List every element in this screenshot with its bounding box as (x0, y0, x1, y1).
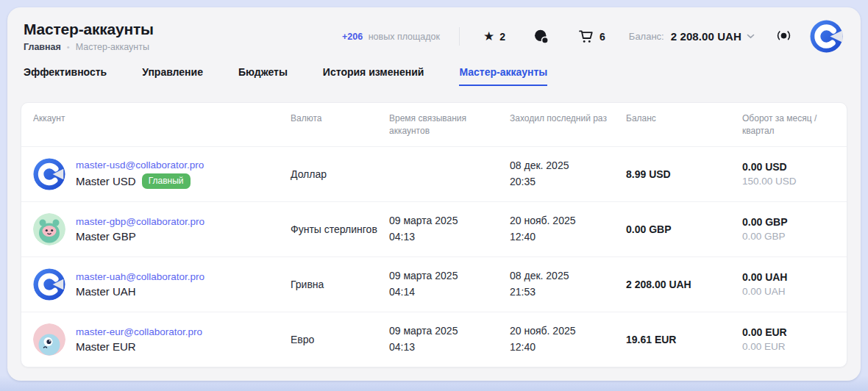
tab-budgets[interactable]: Бюджеты (238, 66, 288, 86)
account-name: Master UAH (76, 285, 136, 298)
tab-change-history[interactable]: История изменений (323, 66, 424, 86)
currency-cell: Доллар (291, 168, 389, 180)
main-account-badge: Главный (142, 173, 191, 189)
account-cell: master-eur@collaborator.pro Master EUR (33, 323, 291, 356)
turnover-cell: 0.00 USD 150.00 USD (742, 161, 835, 187)
cart-button[interactable]: 6 (577, 28, 605, 45)
account-menu-button[interactable] (810, 19, 844, 54)
account-email-link[interactable]: master-uah@collaborator.pro (76, 271, 204, 282)
turnover-month: 0.00 EUR (742, 326, 835, 338)
breadcrumb-current: Мастер-аккаунты (76, 42, 149, 52)
column-header-turnover: Оборот за месяц / квартал (742, 112, 835, 138)
balance-cell: 0.00 GBP (626, 223, 742, 235)
turnover-month: 0.00 GBP (742, 216, 835, 228)
column-header-currency: Валюта (291, 112, 389, 138)
tab-bar: Эффективность Управление Бюджеты История… (7, 66, 861, 86)
star-icon: ★ (483, 30, 494, 43)
chat-icon (533, 29, 549, 45)
table-header-row: Аккаунт Валюта Время связывания аккаунто… (21, 103, 847, 146)
turnover-quarter: 150.00 USD (742, 176, 835, 187)
tab-master-accounts[interactable]: Мастер-аккаунты (459, 66, 547, 86)
last-login-cell: 20 нояб. 2025 12:40 (510, 323, 626, 355)
new-platforms-count: +206 (342, 32, 363, 42)
account-email-link[interactable]: master-gbp@collaborator.pro (76, 216, 204, 227)
avatar (33, 268, 65, 301)
turnover-cell: 0.00 UAH 0.00 UAH (742, 271, 835, 297)
tab-management[interactable]: Управление (142, 66, 203, 86)
table-row[interactable]: master-usd@collaborator.pro Master USD Г… (21, 146, 847, 201)
balance-value: 2 208.00 UAH (671, 30, 741, 43)
title-block: Мастер-аккаунты Главная • Мастер-аккаунт… (24, 21, 342, 52)
balance-label: Баланс: (629, 31, 664, 42)
collaborator-logo-avatar-icon (33, 268, 65, 301)
focus-icon (775, 28, 792, 45)
column-header-last-login: Заходил последний раз (510, 112, 626, 138)
collaborator-logo-icon (810, 19, 844, 54)
app-window: Мастер-аккаунты Главная • Мастер-аккаунт… (7, 7, 861, 381)
column-header-link-time: Время связывания аккаунтов (389, 112, 510, 138)
balance-cell: 2 208.00 UAH (626, 279, 742, 290)
turnover-quarter: 0.00 GBP (742, 231, 835, 242)
breadcrumb: Главная • Мастер-аккаунты (24, 42, 342, 52)
top-bar-actions: +206 новых площадок ★ 2 (342, 19, 844, 54)
page-title: Мастер-аккаунты (24, 21, 342, 38)
link-time-cell: 09 марта 2025 04:13 (389, 323, 510, 355)
favorites-count: 2 (499, 31, 505, 43)
table-row[interactable]: master-eur@collaborator.pro Master EUR Е… (21, 312, 847, 367)
top-bar: Мастер-аккаунты Главная • Мастер-аккаунт… (7, 7, 861, 54)
account-email-link[interactable]: master-usd@collaborator.pro (76, 159, 204, 171)
account-email-link[interactable]: master-eur@collaborator.pro (76, 326, 202, 337)
currency-cell: Фунты стерлингов (291, 223, 389, 235)
focus-mode-button[interactable] (775, 28, 792, 45)
currency-cell: Гривна (291, 279, 389, 290)
turnover-cell: 0.00 GBP 0.00 GBP (742, 216, 835, 242)
account-name: Master GBP (76, 230, 136, 243)
breadcrumb-separator: • (67, 43, 70, 51)
turnover-month: 0.00 UAH (742, 271, 835, 283)
last-login-cell: 08 дек. 2025 21:53 (510, 268, 626, 300)
chevron-down-icon (747, 34, 755, 39)
turnover-quarter: 0.00 EUR (742, 341, 835, 352)
accounts-table: Аккаунт Валюта Время связывания аккаунто… (21, 102, 847, 367)
messages-button[interactable] (533, 29, 549, 45)
tab-effectiveness[interactable]: Эффективность (24, 66, 107, 86)
account-cell: master-gbp@collaborator.pro Master GBP (33, 213, 291, 245)
favorites-button[interactable]: ★ 2 (483, 30, 505, 43)
table-row[interactable]: master-uah@collaborator.pro Master UAH Г… (21, 257, 847, 312)
turnover-month: 0.00 USD (742, 161, 835, 173)
cart-count: 6 (600, 31, 605, 43)
balance-cell: 19.61 EUR (626, 334, 742, 345)
new-platforms-link[interactable]: +206 новых площадок (342, 32, 440, 42)
breadcrumb-home-link[interactable]: Главная (24, 42, 61, 52)
balance-cell: 8.99 USD (626, 168, 742, 180)
header-divider (459, 27, 460, 46)
column-header-account: Аккаунт (33, 112, 291, 138)
table-row[interactable]: master-gbp@collaborator.pro Master GBP Ф… (21, 201, 847, 257)
account-name: Master USD (76, 175, 136, 187)
cart-icon (577, 28, 594, 45)
avatar (33, 158, 65, 190)
last-login-cell: 08 дек. 2025 20:35 (510, 158, 626, 190)
column-header-balance: Баланс (626, 112, 742, 138)
turnover-cell: 0.00 EUR 0.00 EUR (742, 326, 835, 352)
account-cell: master-uah@collaborator.pro Master UAH (33, 268, 291, 301)
new-platforms-label: новых площадок (369, 32, 440, 42)
collaborator-logo-avatar-icon (33, 158, 65, 190)
green-monster-avatar-icon (33, 213, 65, 245)
link-time-cell: 09 марта 2025 04:14 (389, 268, 510, 300)
balance-dropdown[interactable]: Баланс: 2 208.00 UAH (629, 30, 755, 43)
avatar (33, 323, 65, 356)
turnover-quarter: 0.00 UAH (742, 286, 835, 297)
account-cell: master-usd@collaborator.pro Master USD Г… (33, 158, 291, 190)
currency-cell: Евро (291, 334, 389, 345)
avatar (33, 213, 65, 245)
last-login-cell: 20 нояб. 2025 12:40 (510, 213, 626, 245)
account-name: Master EUR (76, 340, 136, 353)
pink-monster-avatar-icon (33, 323, 65, 356)
link-time-cell: 09 марта 2025 04:13 (389, 213, 510, 245)
